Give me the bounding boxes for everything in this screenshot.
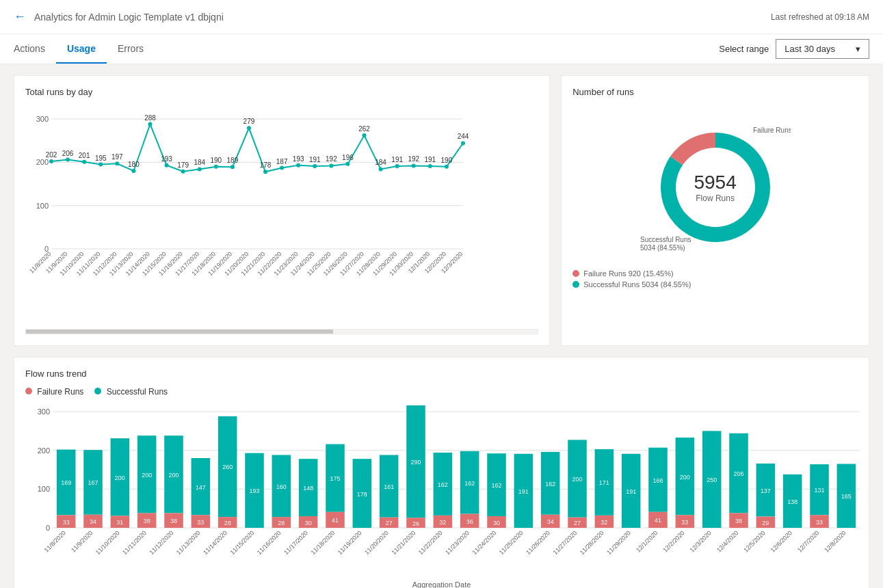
svg-text:165: 165 — [841, 493, 852, 500]
svg-text:200: 200 — [572, 476, 582, 483]
back-button[interactable]: ← — [14, 10, 26, 24]
svg-text:300: 300 — [36, 115, 49, 123]
svg-text:193: 193 — [293, 155, 304, 163]
donut-center: 5954 Flow Runs — [694, 172, 736, 203]
svg-text:26: 26 — [412, 520, 419, 527]
donut-legend: Failure Runs 920 (15.45%) Successful Run… — [572, 269, 858, 289]
svg-text:11/27/2020: 11/27/2020 — [551, 529, 578, 556]
svg-text:41: 41 — [655, 517, 661, 524]
svg-text:191: 191 — [626, 488, 636, 495]
svg-text:200: 200 — [168, 472, 179, 479]
svg-text:12/3/2020: 12/3/2020 — [689, 529, 713, 553]
failure-legend-text: Failure Runs 920 (15.45%) — [583, 269, 673, 278]
svg-text:29: 29 — [762, 520, 769, 526]
svg-text:169: 169 — [61, 479, 71, 486]
tab-usage[interactable]: Usage — [56, 34, 107, 64]
svg-point-32 — [181, 170, 185, 174]
bar-legend-failure: Failure Runs — [25, 387, 83, 397]
svg-text:160: 160 — [276, 483, 287, 490]
svg-point-17 — [98, 163, 103, 167]
svg-text:200: 200 — [680, 474, 690, 481]
svg-text:190: 190 — [441, 157, 453, 164]
svg-text:162: 162 — [491, 482, 501, 489]
svg-text:191: 191 — [309, 156, 321, 163]
tab-bar: Actions Usage Errors Select range Last 3… — [0, 34, 883, 64]
svg-text:191: 191 — [424, 156, 436, 163]
svg-text:171: 171 — [599, 479, 609, 486]
svg-text:11/15/2020: 11/15/2020 — [228, 529, 255, 556]
svg-text:36: 36 — [466, 518, 473, 525]
svg-text:193: 193 — [249, 487, 259, 494]
svg-text:34: 34 — [547, 518, 554, 525]
svg-text:12/8/2020: 12/8/2020 — [823, 529, 847, 553]
svg-point-35 — [198, 167, 202, 171]
tab-errors[interactable]: Errors — [107, 34, 155, 64]
svg-point-44 — [247, 126, 251, 130]
range-dropdown[interactable]: Last 30 days ▾ — [776, 39, 869, 59]
svg-text:262: 262 — [358, 125, 370, 133]
tab-actions[interactable]: Actions — [14, 34, 56, 64]
svg-text:147: 147 — [196, 484, 206, 491]
svg-text:11/17/2020: 11/17/2020 — [282, 529, 309, 556]
svg-text:33: 33 — [197, 519, 204, 526]
svg-text:195: 195 — [95, 155, 107, 162]
svg-text:11/19/2020: 11/19/2020 — [337, 529, 363, 556]
svg-text:38: 38 — [735, 518, 742, 524]
refresh-text: Last refreshed at 09:18 AM — [771, 12, 869, 22]
svg-text:11/9/2020: 11/9/2020 — [70, 529, 94, 553]
svg-text:148: 148 — [303, 485, 313, 492]
svg-text:12/2/2020: 12/2/2020 — [661, 529, 685, 553]
svg-text:30: 30 — [305, 520, 312, 526]
svg-text:5034 (84.55%): 5034 (84.55%) — [640, 244, 685, 252]
svg-text:41: 41 — [332, 517, 339, 524]
svg-text:Successful Runs: Successful Runs — [640, 236, 691, 243]
svg-text:32: 32 — [601, 519, 607, 526]
svg-point-23 — [131, 169, 135, 173]
svg-point-26 — [148, 122, 152, 126]
svg-text:192: 192 — [326, 155, 337, 163]
legend-success: Successful Runs 5034 (84.55%) — [572, 280, 858, 289]
svg-text:11/10/2020: 11/10/2020 — [94, 529, 121, 556]
svg-text:191: 191 — [518, 488, 529, 495]
svg-point-47 — [263, 170, 267, 174]
axis-title: Aggregation Date — [25, 580, 858, 588]
svg-text:11/22/2020: 11/22/2020 — [417, 529, 444, 556]
svg-text:11/12/2020: 11/12/2020 — [148, 529, 174, 556]
svg-text:190: 190 — [210, 157, 222, 164]
svg-point-74 — [412, 163, 416, 168]
bar-failure-icon — [25, 388, 32, 395]
svg-text:34: 34 — [90, 518, 96, 525]
svg-text:31: 31 — [116, 519, 123, 526]
trend-chart-card: Flow runs trend Failure Runs Successful … — [14, 357, 869, 588]
svg-text:179: 179 — [177, 161, 189, 169]
range-value: Last 30 days — [785, 44, 835, 54]
svg-text:200: 200 — [142, 472, 152, 479]
svg-text:180: 180 — [128, 161, 140, 168]
svg-text:33: 33 — [63, 519, 70, 526]
svg-text:290: 290 — [410, 459, 421, 466]
line-chart-container: 010020030020211/8/202020611/9/202020111/… — [25, 105, 538, 334]
svg-text:162: 162 — [464, 480, 475, 487]
line-chart-card: Total runs by day 010020030020211/8/2020… — [14, 75, 550, 346]
svg-text:11/28/2020: 11/28/2020 — [579, 529, 605, 556]
svg-point-65 — [363, 133, 367, 137]
svg-point-80 — [445, 165, 449, 169]
line-chart-scrollbar[interactable] — [25, 329, 538, 334]
donut-label: Flow Runs — [694, 193, 736, 203]
dropdown-chevron-icon: ▾ — [856, 44, 860, 54]
svg-text:11/26/2020: 11/26/2020 — [525, 529, 551, 556]
svg-text:161: 161 — [384, 483, 394, 490]
svg-text:196: 196 — [342, 154, 354, 161]
svg-text:12/6/2020: 12/6/2020 — [769, 529, 793, 553]
svg-text:279: 279 — [243, 118, 255, 125]
trend-chart-title: Flow runs trend — [25, 369, 858, 379]
bar-success-label: Successful Runs — [107, 387, 168, 397]
failure-dot — [572, 270, 579, 277]
success-legend-text: Successful Runs 5034 (84.55%) — [583, 280, 691, 289]
svg-text:28: 28 — [224, 520, 231, 526]
donut-wrapper: Failure Runs 920 (15.45%)Successful Runs… — [640, 112, 791, 263]
svg-text:184: 184 — [375, 159, 386, 166]
svg-text:202: 202 — [46, 151, 57, 159]
svg-text:30: 30 — [493, 520, 500, 526]
svg-point-71 — [395, 164, 399, 168]
